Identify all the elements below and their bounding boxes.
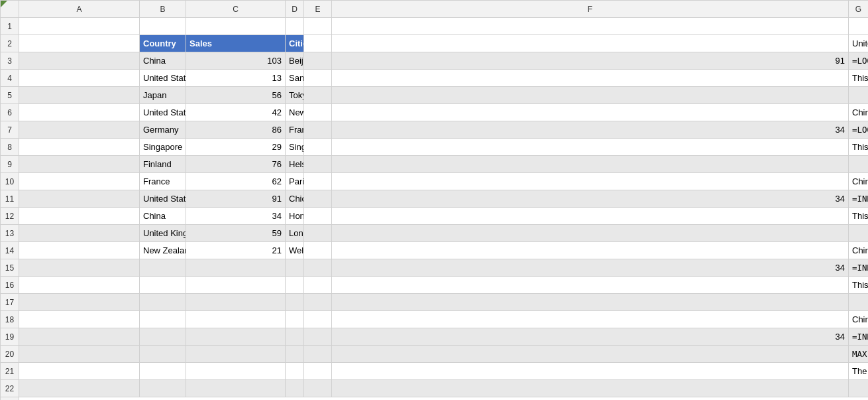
cell-e6[interactable]: [304, 104, 332, 121]
cell-g14[interactable]: China: [849, 242, 869, 259]
cell-g15[interactable]: =INDEX(C3:C14,(MAX((B3:B14=G14)*ROW(B3:B…: [849, 259, 869, 277]
cell-d6[interactable]: New York: [286, 104, 304, 121]
cell-b4[interactable]: United States: [140, 70, 186, 87]
cell-e4[interactable]: [304, 70, 332, 87]
cell-c3[interactable]: 103: [186, 52, 286, 70]
cell-c14[interactable]: 21: [186, 242, 286, 259]
col-header-e[interactable]: E: [304, 1, 332, 18]
cell-f1[interactable]: [332, 18, 849, 35]
cell-a9[interactable]: [19, 156, 140, 173]
cell-f16[interactable]: [332, 277, 849, 294]
cell-f20[interactable]: [332, 346, 849, 363]
cell-g19[interactable]: =INDEX(C3:C14,SUMPRODUCT(: [849, 328, 869, 346]
col-header-a[interactable]: A: [19, 1, 140, 18]
cell-a5[interactable]: [19, 87, 140, 104]
cell-c4[interactable]: 13: [186, 70, 286, 87]
cell-d5[interactable]: Tokyo: [286, 87, 304, 104]
cell-e21[interactable]: [304, 363, 332, 380]
cell-b19[interactable]: [140, 328, 186, 346]
cell-e20[interactable]: [304, 346, 332, 363]
cell-a17[interactable]: [19, 294, 140, 311]
cell-c5[interactable]: 56: [186, 87, 286, 104]
cell-f10[interactable]: [332, 173, 849, 190]
cell-e15[interactable]: [304, 259, 332, 277]
cell-e11[interactable]: [304, 190, 332, 208]
cell-e7[interactable]: [304, 121, 332, 139]
cell-d13[interactable]: London: [286, 225, 304, 242]
cell-b6[interactable]: United States: [140, 104, 186, 121]
cell-b3[interactable]: China: [140, 52, 186, 70]
cell-b14[interactable]: New Zealand: [140, 242, 186, 259]
cell-d14[interactable]: Wellington: [286, 242, 304, 259]
cell-f18[interactable]: [332, 311, 849, 328]
cell-c17[interactable]: [186, 294, 286, 311]
cell-d16[interactable]: [286, 277, 304, 294]
cell-b21[interactable]: [140, 363, 186, 380]
cell-e17[interactable]: [304, 294, 332, 311]
cell-d10[interactable]: Paris: [286, 173, 304, 190]
cell-b17[interactable]: [140, 294, 186, 311]
cell-a18[interactable]: [19, 311, 140, 328]
cell-c6[interactable]: 42: [186, 104, 286, 121]
cell-d4[interactable]: San Francisco: [286, 70, 304, 87]
cell-g3[interactable]: =LOOKUP(2,1/(B3:B14=G2),C3:C14): [849, 52, 869, 70]
cell-g2[interactable]: United States: [849, 35, 869, 52]
cell-f3[interactable]: 91: [332, 52, 849, 70]
cell-e1[interactable]: [304, 18, 332, 35]
cell-e19[interactable]: [304, 328, 332, 346]
cell-b2-country[interactable]: Country: [140, 35, 186, 52]
cell-b8[interactable]: Singapore: [140, 139, 186, 156]
cell-g8[interactable]: This returns 34 because row 12 is the la…: [849, 139, 869, 156]
cell-f15[interactable]: 34: [332, 259, 849, 277]
cell-g11[interactable]: =INDEX(C3:C14,MATCH(2,1/(B3:B14=G10))): [849, 190, 869, 208]
cell-g17[interactable]: [849, 294, 869, 311]
cell-f22[interactable]: [332, 380, 849, 397]
cell-a19[interactable]: [19, 328, 140, 346]
cell-e22[interactable]: [304, 380, 332, 397]
cell-e5[interactable]: [304, 87, 332, 104]
cell-a2[interactable]: [19, 35, 140, 52]
cell-g9[interactable]: [849, 156, 869, 173]
cell-f17[interactable]: [332, 294, 849, 311]
cell-f14[interactable]: [332, 242, 849, 259]
cell-f5[interactable]: [332, 87, 849, 104]
cell-a3[interactable]: [19, 52, 140, 70]
cell-f12[interactable]: [332, 208, 849, 225]
col-header-c[interactable]: C: [186, 1, 286, 18]
cell-f11[interactable]: 34: [332, 190, 849, 208]
cell-f19[interactable]: 34: [332, 328, 849, 346]
cell-d3[interactable]: Beijing: [286, 52, 304, 70]
cell-c8[interactable]: 29: [186, 139, 286, 156]
cell-b18[interactable]: [140, 311, 186, 328]
cell-b20[interactable]: [140, 346, 186, 363]
cell-a21[interactable]: [19, 363, 140, 380]
cell-b16[interactable]: [140, 277, 186, 294]
cell-g1[interactable]: [849, 18, 869, 35]
cell-c2-sales[interactable]: Sales: [186, 35, 286, 52]
cell-c19[interactable]: [186, 328, 286, 346]
cell-c21[interactable]: [186, 363, 286, 380]
cell-d18[interactable]: [286, 311, 304, 328]
cell-b10[interactable]: France: [140, 173, 186, 190]
cell-g13[interactable]: [849, 225, 869, 242]
col-header-g[interactable]: G: [849, 1, 869, 18]
cell-c20[interactable]: [186, 346, 286, 363]
cell-e8[interactable]: [304, 139, 332, 156]
cell-c15[interactable]: [186, 259, 286, 277]
cell-a14[interactable]: [19, 242, 140, 259]
cell-a8[interactable]: [19, 139, 140, 156]
cell-c1[interactable]: [186, 18, 286, 35]
cell-e13[interactable]: [304, 225, 332, 242]
cell-a11[interactable]: [19, 190, 140, 208]
cell-e3[interactable]: [304, 52, 332, 70]
cell-d12[interactable]: Hong Kong: [286, 208, 304, 225]
cell-c12[interactable]: 34: [186, 208, 286, 225]
cell-a22[interactable]: [19, 380, 140, 397]
cell-b13[interactable]: United Kingdom: [140, 225, 186, 242]
cell-g6[interactable]: China: [849, 104, 869, 121]
cell-a20[interactable]: [19, 346, 140, 363]
cell-a7[interactable]: [19, 121, 140, 139]
cell-g12[interactable]: This is an alternative to using the LOOK…: [849, 208, 869, 225]
cell-a1[interactable]: [19, 18, 140, 35]
cell-f9[interactable]: [332, 156, 849, 173]
